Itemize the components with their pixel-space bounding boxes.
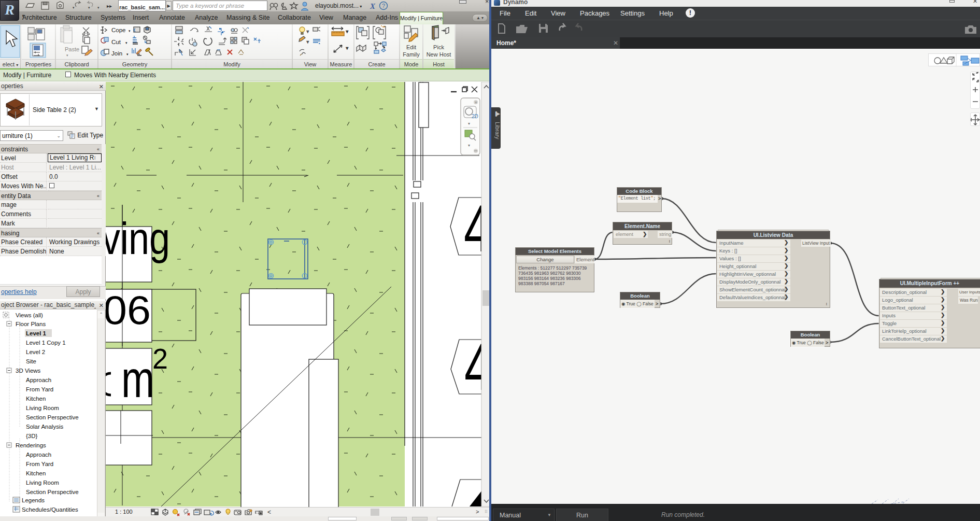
svg-text:Level 2: Level 2: [26, 349, 45, 355]
svg-text:▾: ▾: [126, 52, 129, 56]
svg-text:From Yard: From Yard: [26, 461, 53, 467]
svg-text:Kitchen: Kitchen: [26, 396, 46, 402]
svg-text:▾: ▾: [307, 30, 309, 33]
svg-text:✕: ✕: [475, 101, 478, 104]
svg-text:Approach: Approach: [26, 452, 51, 458]
svg-text:Level 1 Copy 1: Level 1 Copy 1: [26, 340, 66, 346]
svg-text:{3D}: {3D}: [26, 433, 38, 439]
svg-text:▾: ▾: [468, 143, 470, 148]
svg-text:m: m: [121, 350, 154, 408]
svg-text:▾: ▾: [73, 6, 75, 9]
svg-text:06: 06: [106, 288, 151, 332]
svg-text:Level 1: Level 1: [26, 330, 47, 336]
svg-text:Solar Analysis: Solar Analysis: [26, 424, 63, 430]
svg-text:Approach: Approach: [26, 377, 51, 383]
svg-text:▸▸: ▸▸: [107, 3, 112, 9]
svg-text:Section Perspective: Section Perspective: [26, 414, 79, 420]
svg-text:Cut: Cut: [111, 39, 121, 45]
svg-text:▾: ▾: [125, 41, 127, 45]
svg-text:Cope: Cope: [111, 27, 126, 33]
svg-text:▾: ▾: [88, 6, 90, 9]
svg-text:X: X: [370, 2, 376, 10]
svg-text:ving: ving: [106, 213, 170, 264]
svg-text:3D Views: 3D Views: [16, 368, 41, 374]
svg-text:▾: ▾: [97, 6, 100, 9]
svg-text:Legends: Legends: [22, 497, 45, 503]
svg-text:Views (all): Views (all): [16, 312, 43, 318]
svg-text:2D: 2D: [472, 114, 478, 119]
svg-text:2: 2: [152, 342, 168, 375]
svg-text:▾: ▾: [129, 29, 131, 33]
svg-text:▾: ▾: [66, 53, 68, 57]
svg-text:From Yard: From Yard: [26, 386, 53, 392]
svg-text:Renderings: Renderings: [16, 442, 46, 448]
svg-text:Living Room: Living Room: [26, 480, 59, 486]
svg-text:Section Perspective: Section Perspective: [26, 489, 79, 495]
svg-text:Paste: Paste: [65, 46, 79, 52]
svg-text:Floor Plans: Floor Plans: [16, 321, 46, 327]
svg-text:Site: Site: [26, 358, 36, 364]
svg-text:▾: ▾: [468, 121, 470, 126]
svg-text:▾: ▾: [346, 46, 348, 50]
svg-text:?: ?: [382, 3, 385, 9]
svg-text:Join: Join: [111, 50, 122, 57]
svg-text:▾: ▾: [346, 30, 348, 33]
svg-text:<: <: [267, 509, 271, 516]
svg-text:Kitchen: Kitchen: [26, 470, 46, 476]
svg-text:Schedules/Quantities: Schedules/Quantities: [22, 506, 78, 513]
svg-text:Living Room: Living Room: [26, 405, 59, 411]
svg-text:▾: ▾: [307, 40, 309, 44]
